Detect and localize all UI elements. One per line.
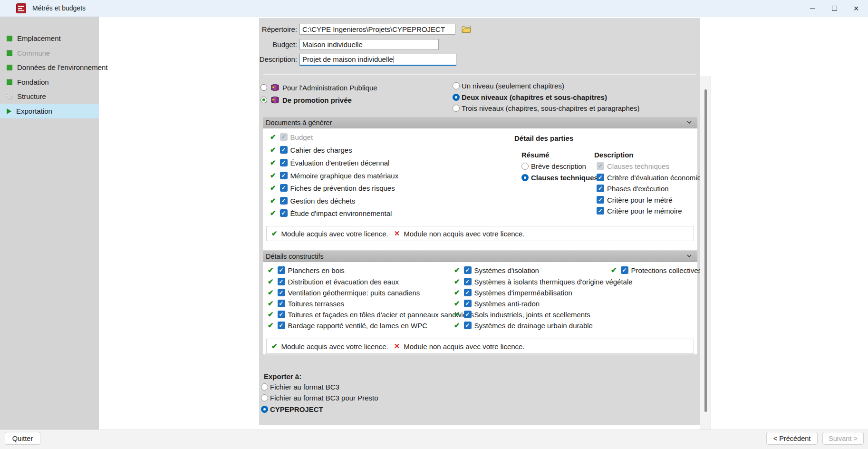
minimize-button[interactable] bbox=[801, 0, 823, 17]
option-bc3-presto[interactable]: Fichier au format BC3 pour Presto bbox=[261, 393, 378, 402]
checkbox-checked[interactable] bbox=[280, 172, 288, 179]
sidebar-item-structure[interactable]: Structure bbox=[0, 89, 99, 104]
doc-item-fiches-prevention[interactable]: ✔ Fiches de prévention des risques bbox=[270, 183, 395, 193]
checkbox-checked[interactable] bbox=[280, 197, 288, 205]
step-done-icon bbox=[7, 65, 12, 70]
sidebar-item-commune[interactable]: Commune bbox=[0, 46, 99, 60]
doc-item-gestion-dechets[interactable]: ✔ Gestion des déchets bbox=[270, 196, 355, 205]
documents-section-header[interactable]: Documents à générer bbox=[263, 117, 697, 128]
module-acquired-icon: ✔ bbox=[611, 266, 617, 274]
sidebar-item-fondation[interactable]: Fondation bbox=[0, 75, 99, 89]
radio-selected[interactable] bbox=[260, 97, 267, 103]
description-input[interactable]: Projet de maison individuelle bbox=[299, 54, 456, 66]
radio-unselected[interactable] bbox=[261, 383, 268, 390]
checkbox-checked[interactable] bbox=[280, 159, 288, 166]
book-icon bbox=[270, 96, 280, 104]
radio-unselected[interactable] bbox=[260, 84, 267, 91]
budget-input[interactable]: Maison individuelle bbox=[299, 39, 439, 50]
checkbox-checked[interactable] bbox=[597, 207, 604, 215]
option-deux-niveaux[interactable]: Deux niveaux (chapitres et sous-chapitre… bbox=[453, 92, 607, 102]
previous-button[interactable]: < Précédent bbox=[766, 432, 818, 445]
vertical-scrollbar[interactable] bbox=[700, 76, 711, 429]
desc-item-critere-metre[interactable]: Critère pour le métré bbox=[597, 195, 673, 205]
radio-selected[interactable] bbox=[453, 94, 460, 101]
construct-label: Ventilation géothermique: puits canadien… bbox=[288, 289, 420, 297]
browse-folder-button[interactable] bbox=[461, 24, 472, 35]
checkbox-checked[interactable] bbox=[278, 322, 285, 329]
checkbox-checked[interactable] bbox=[464, 266, 472, 274]
option-breve-description[interactable]: Brève description bbox=[521, 161, 586, 171]
option-bc3[interactable]: Fichier au format BC3 bbox=[261, 382, 339, 391]
checkbox-checked[interactable] bbox=[278, 289, 285, 296]
chevron-down-icon[interactable] bbox=[686, 253, 693, 259]
module-acquired-icon: ✔ bbox=[454, 266, 460, 274]
desc-item-critere-evaluation[interactable]: Critère d'évaluation économique bbox=[597, 173, 709, 182]
maximize-button[interactable] bbox=[823, 0, 845, 17]
construct-item[interactable]: ✔ Toitures et façades en tôles d'acier e… bbox=[268, 310, 474, 319]
checkbox-checked[interactable] bbox=[464, 311, 472, 318]
doc-item-etude-impact[interactable]: ✔ Étude d'impact environnemental bbox=[270, 208, 392, 218]
construct-item[interactable]: ✔ Systèmes anti-radon bbox=[454, 299, 540, 308]
desc-item-critere-memoire[interactable]: Critère pour le mémoire bbox=[597, 206, 682, 215]
titlebar: Métrés et budgets ✕ bbox=[0, 0, 868, 17]
sidebar-item-donnees-environnement[interactable]: Données de l'environnement bbox=[0, 60, 99, 75]
construct-item[interactable]: ✔ Planchers en bois bbox=[268, 265, 345, 275]
radio-selected[interactable] bbox=[521, 174, 529, 181]
checkbox-checked[interactable] bbox=[621, 266, 628, 274]
construct-item[interactable]: ✔ Sols industriels, joints et scellement… bbox=[454, 310, 590, 319]
construct-item[interactable]: ✔ Systèmes à isolants thermiques d'origi… bbox=[454, 277, 633, 286]
scrollbar-thumb[interactable] bbox=[704, 89, 707, 412]
checkbox-checked[interactable] bbox=[280, 184, 288, 192]
radio-unselected[interactable] bbox=[521, 163, 529, 170]
option-trois-niveaux[interactable]: Trois niveaux (chapitres, sous-chapitres… bbox=[453, 103, 640, 113]
checkbox-checked[interactable] bbox=[464, 289, 472, 296]
construct-item[interactable]: ✔ Systèmes d'imperméabilisation bbox=[454, 288, 572, 297]
module-acquired-icon: ✔ bbox=[454, 277, 460, 286]
doc-item-evaluation-entretien[interactable]: ✔ Évaluation d'entretien décennal bbox=[270, 158, 389, 167]
checkbox-checked[interactable] bbox=[278, 278, 285, 285]
constructive-section-header[interactable]: Détails constructifs bbox=[263, 251, 697, 262]
sidebar-item-emplacement[interactable]: Emplacement bbox=[0, 31, 99, 46]
checkbox-checked[interactable] bbox=[464, 322, 472, 329]
next-button[interactable]: Suivant > bbox=[822, 432, 864, 445]
option-un-niveau[interactable]: Un niveau (seulement chapitres) bbox=[453, 81, 564, 90]
checkbox-checked[interactable] bbox=[597, 174, 604, 181]
radio-unselected[interactable] bbox=[261, 394, 268, 401]
construct-item[interactable]: ✔ Bardage rapporté ventilé, de lames en … bbox=[268, 321, 427, 330]
option-administration-publique[interactable]: Pour l'Administration Publique bbox=[260, 83, 377, 92]
construct-label: Protections collectives bbox=[631, 266, 702, 274]
desc-item-phases-execution[interactable]: Phases d'exécution bbox=[597, 184, 669, 193]
construct-item[interactable]: ✔ Systèmes de drainage urbain durable bbox=[454, 321, 593, 330]
construct-item[interactable]: ✔ Ventilation géothermique: puits canadi… bbox=[268, 288, 420, 297]
divider bbox=[263, 74, 696, 75]
option-cypeproject[interactable]: CYPEPROJECT bbox=[261, 404, 323, 414]
checkbox-checked[interactable] bbox=[278, 300, 285, 307]
close-button[interactable]: ✕ bbox=[845, 0, 867, 17]
repertoire-input[interactable]: C:\CYPE Ingenieros\Projets\CYPEPROJECT bbox=[299, 24, 455, 35]
radio-selected[interactable] bbox=[261, 406, 268, 413]
checkbox-checked[interactable] bbox=[464, 278, 472, 285]
construct-item[interactable]: ✔ Protections collectives bbox=[611, 265, 702, 275]
construct-item[interactable]: ✔ Toitures terrasses bbox=[268, 299, 344, 308]
checkbox-checked[interactable] bbox=[280, 146, 288, 154]
radio-unselected[interactable] bbox=[453, 105, 460, 112]
checkbox-checked[interactable] bbox=[280, 209, 288, 217]
sidebar-item-exportation[interactable]: Exportation bbox=[0, 104, 99, 118]
checkbox-checked[interactable] bbox=[597, 185, 604, 192]
option-clauses-techniques-resume[interactable]: Clauses techniques bbox=[521, 173, 598, 182]
option-promotion-privee[interactable]: De promotion privée bbox=[260, 95, 352, 105]
checkbox-checked-disabled bbox=[280, 133, 288, 141]
quit-button[interactable]: Quitter bbox=[5, 432, 40, 445]
construct-item[interactable]: ✔ Distribution et évacuation des eaux bbox=[268, 277, 399, 286]
construct-item[interactable]: ✔ Systèmes d'isolation bbox=[454, 265, 539, 275]
chevron-down-icon[interactable] bbox=[686, 119, 693, 126]
checkbox-checked[interactable] bbox=[278, 266, 285, 274]
legend-acquired-text: Module acquis avec votre licence. bbox=[281, 230, 388, 238]
minimize-icon bbox=[810, 8, 815, 9]
checkbox-checked[interactable] bbox=[597, 196, 604, 204]
radio-unselected[interactable] bbox=[453, 82, 460, 89]
checkbox-checked[interactable] bbox=[464, 300, 472, 307]
checkbox-checked[interactable] bbox=[278, 311, 285, 318]
doc-item-cahier-charges[interactable]: ✔ Cahier des charges bbox=[270, 145, 352, 155]
doc-item-memoire-graphique[interactable]: ✔ Mémoire graphique des matériaux bbox=[270, 171, 398, 180]
